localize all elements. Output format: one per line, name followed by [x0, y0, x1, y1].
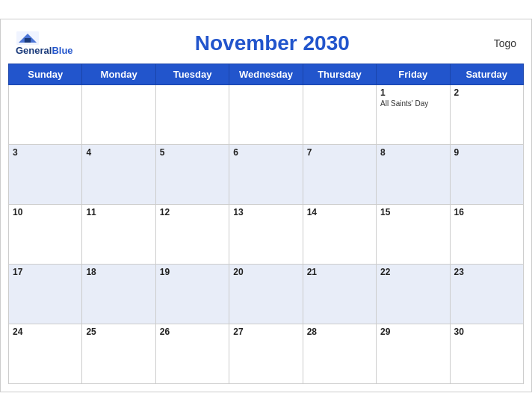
calendar-day-cell: [9, 85, 82, 145]
day-number: 27: [233, 327, 298, 337]
country-label: Togo: [471, 37, 516, 49]
calendar-day-cell: 26: [155, 324, 229, 384]
calendar-container: GeneralBlue November 2030 Togo Sunday Mo…: [0, 19, 532, 392]
day-number: 21: [307, 267, 372, 277]
day-number: 2: [454, 87, 519, 98]
calendar-week-row: 17181920212223: [9, 265, 524, 324]
day-number: 8: [380, 147, 445, 158]
day-number: 28: [307, 327, 372, 337]
calendar-day-cell: 24: [9, 324, 82, 384]
day-number: 26: [160, 327, 225, 337]
day-number: 23: [454, 267, 519, 277]
day-number: 3: [13, 147, 78, 158]
calendar-day-cell: [155, 85, 229, 145]
calendar-day-cell: 9: [450, 145, 523, 205]
calendar-day-cell: 17: [9, 265, 82, 324]
day-number: 22: [380, 267, 445, 277]
day-number: 7: [307, 147, 372, 158]
day-number: 16: [454, 207, 519, 217]
generalblue-logo-icon: [16, 31, 40, 45]
day-number: 1: [380, 87, 445, 98]
day-number: 24: [13, 327, 78, 337]
day-number: 29: [380, 327, 445, 337]
day-number: 30: [454, 327, 519, 337]
calendar-day-cell: 20: [229, 265, 303, 324]
calendar-day-cell: 15: [377, 205, 450, 265]
day-number: 15: [380, 207, 445, 217]
day-number: 17: [13, 267, 78, 277]
calendar-week-row: 1All Saints' Day2: [9, 85, 524, 145]
calendar-header: GeneralBlue November 2030 Togo: [8, 27, 524, 64]
calendar-day-cell: 27: [229, 324, 303, 384]
svg-rect-2: [25, 38, 31, 43]
day-number: 19: [160, 267, 225, 277]
calendar-day-cell: 18: [82, 265, 155, 324]
calendar-day-cell: 21: [303, 265, 376, 324]
calendar-day-cell: 2: [450, 85, 523, 145]
calendar-day-cell: [303, 85, 376, 145]
calendar-day-cell: 10: [9, 205, 82, 265]
day-number: 9: [454, 147, 519, 158]
header-saturday: Saturday: [450, 64, 523, 85]
calendar-day-cell: 6: [229, 145, 303, 205]
header-monday: Monday: [82, 64, 155, 85]
calendar-day-cell: 19: [155, 265, 229, 324]
calendar-day-cell: 13: [229, 205, 303, 265]
calendar-day-cell: [229, 85, 303, 145]
header-wednesday: Wednesday: [229, 64, 303, 85]
day-number: 20: [233, 267, 298, 277]
weekday-header-row: Sunday Monday Tuesday Wednesday Thursday…: [9, 64, 524, 85]
calendar-day-cell: 11: [82, 205, 155, 265]
calendar-day-cell: 14: [303, 205, 376, 265]
calendar-day-cell: 3: [9, 145, 82, 205]
day-number: 12: [160, 207, 225, 217]
calendar-week-row: 3456789: [9, 145, 524, 205]
event-label: All Saints' Day: [380, 99, 445, 108]
day-number: 18: [86, 267, 151, 277]
calendar-day-cell: 23: [450, 265, 523, 324]
header-sunday: Sunday: [9, 64, 82, 85]
calendar-day-cell: 30: [450, 324, 523, 384]
calendar-day-cell: 5: [155, 145, 229, 205]
day-number: 5: [160, 147, 225, 158]
calendar-day-cell: 16: [450, 205, 523, 265]
calendar-day-cell: 22: [377, 265, 450, 324]
day-number: 4: [86, 147, 151, 158]
day-number: 10: [13, 207, 78, 217]
header-tuesday: Tuesday: [155, 64, 229, 85]
logo-blue: Blue: [52, 45, 72, 56]
calendar-week-row: 10111213141516: [9, 205, 524, 265]
day-number: 11: [86, 207, 151, 217]
day-number: 13: [233, 207, 298, 217]
calendar-day-cell: [82, 85, 155, 145]
calendar-title: November 2030: [73, 31, 471, 55]
calendar-day-cell: 7: [303, 145, 376, 205]
day-number: 25: [86, 327, 151, 337]
day-number: 14: [307, 207, 372, 217]
calendar-day-cell: 1All Saints' Day: [377, 85, 450, 145]
logo-general: General: [16, 45, 52, 56]
calendar-grid: Sunday Monday Tuesday Wednesday Thursday…: [8, 64, 524, 384]
calendar-day-cell: 28: [303, 324, 376, 384]
day-number: 6: [233, 147, 298, 158]
calendar-day-cell: 25: [82, 324, 155, 384]
calendar-day-cell: 29: [377, 324, 450, 384]
calendar-day-cell: 8: [377, 145, 450, 205]
calendar-day-cell: 12: [155, 205, 229, 265]
header-friday: Friday: [377, 64, 450, 85]
calendar-day-cell: 4: [82, 145, 155, 205]
calendar-week-row: 24252627282930: [9, 324, 524, 384]
logo-text: GeneralBlue: [16, 46, 73, 56]
header-thursday: Thursday: [303, 64, 376, 85]
logo-area: GeneralBlue: [16, 31, 73, 56]
